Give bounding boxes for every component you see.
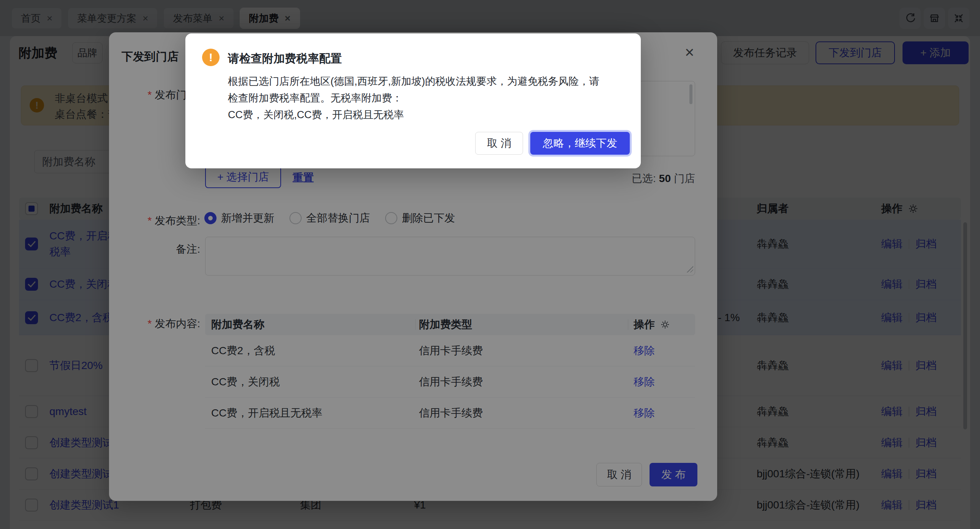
alert-body-line-3: CC费，关闭税,CC费，开启税且无税率 (228, 108, 404, 122)
app-root: 首页×菜单变更方案×发布菜单×附加费× (0, 0, 980, 529)
alert-body-line-1: 根据已选门店所在地区(德国,西班牙,新加坡)的税收法规要求，为避免税务风险，请 (228, 75, 600, 88)
alert-title: 请检查附加费税率配置 (228, 51, 342, 67)
alert-ignore-continue-button[interactable]: 忽略，继续下发 (530, 132, 630, 155)
alert-cancel-button[interactable]: 取 消 (475, 132, 523, 155)
alert-body-line-2: 检查附加费税率配置。无税率附加费： (228, 91, 402, 105)
alert-warning-icon: ! (202, 49, 220, 66)
tax-alert-dialog: ! 请检查附加费税率配置 根据已选门店所在地区(德国,西班牙,新加坡)的税收法规… (185, 33, 641, 168)
